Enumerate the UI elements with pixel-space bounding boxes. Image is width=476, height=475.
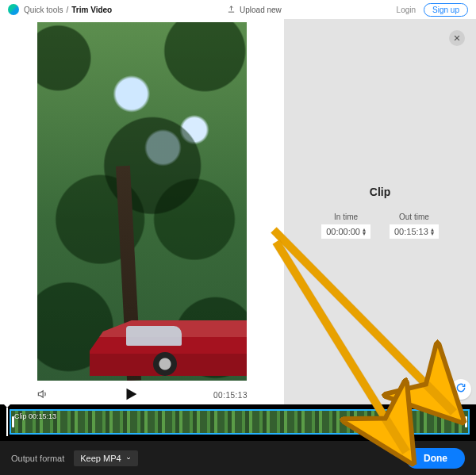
time-fields: In time 00:00:00 ▴ ▾ Out time 00:15:13 ▴… — [321, 213, 439, 239]
playback-time: 00:15:13 — [213, 391, 248, 400]
play-button[interactable] — [122, 385, 140, 404]
timeline[interactable]: Clip 00:15:13 — [0, 404, 476, 441]
in-time-value: 00:00:00 — [326, 227, 360, 236]
clip-strip-label: Clip 00:15:13 — [14, 412, 56, 420]
upload-new-button[interactable]: Upload new — [227, 5, 282, 15]
clip-panel: Clip In time 00:00:00 ▴ ▾ Out time 00:15… — [284, 19, 476, 404]
done-button[interactable]: Done — [406, 448, 465, 469]
brand-logo-icon — [8, 4, 19, 15]
output-format-label: Output format — [11, 454, 64, 463]
close-panel-button[interactable] — [449, 30, 465, 46]
clip-strip[interactable]: Clip 00:15:13 — [10, 409, 470, 435]
chevron-down-icon — [125, 454, 132, 463]
chevron-down-icon: ▾ — [431, 232, 434, 236]
player-controls: 00:15:13 — [8, 381, 276, 404]
in-time-group: In time 00:00:00 ▴ ▾ — [321, 213, 370, 239]
output-format-value: Keep MP4 — [80, 454, 121, 463]
playhead-handle[interactable] — [6, 408, 8, 436]
video-preview[interactable] — [37, 22, 247, 381]
upload-icon — [227, 5, 236, 15]
upload-label: Upload new — [240, 6, 282, 14]
out-time-value: 00:15:13 — [394, 227, 428, 236]
panel-title: Clip — [370, 186, 390, 198]
login-link[interactable]: Login — [397, 6, 416, 14]
volume-button[interactable] — [36, 389, 48, 401]
breadcrumb-separator: / — [66, 6, 68, 14]
close-icon — [453, 31, 461, 45]
chevron-down-icon: ▾ — [363, 232, 366, 236]
breadcrumb-current: Trim Video — [71, 6, 112, 14]
in-time-input[interactable]: 00:00:00 ▴ ▾ — [321, 224, 370, 239]
output-format-select[interactable]: Keep MP4 — [74, 450, 137, 466]
out-time-group: Out time 00:15:13 ▴ ▾ — [390, 213, 439, 239]
video-frame — [8, 22, 276, 381]
breadcrumb: Quick tools / Trim Video — [24, 6, 112, 14]
out-time-input[interactable]: 00:15:13 ▴ ▾ — [390, 224, 439, 239]
refresh-icon — [455, 382, 466, 396]
main-split: 00:15:13 Clip In time 00:00:00 ▴ ▾ — [0, 19, 476, 404]
player-pane: 00:15:13 — [0, 19, 284, 404]
reset-clip-button[interactable] — [451, 379, 471, 400]
in-time-stepper[interactable]: ▴ ▾ — [363, 228, 366, 236]
breadcrumb-root[interactable]: Quick tools — [24, 6, 63, 14]
footer-bar: Output format Keep MP4 Done — [0, 441, 476, 475]
app-header: Quick tools / Trim Video Upload new Logi… — [0, 0, 476, 19]
signup-button[interactable]: Sign up — [424, 3, 468, 17]
out-time-label: Out time — [390, 213, 439, 221]
out-time-stepper[interactable]: ▴ ▾ — [431, 228, 434, 236]
in-time-label: In time — [321, 213, 370, 221]
